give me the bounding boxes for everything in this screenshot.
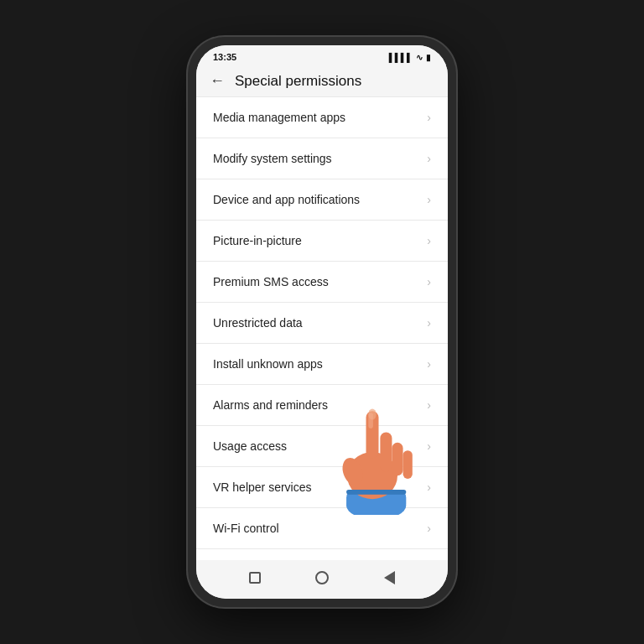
chevron-right-icon: › [427, 152, 431, 165]
battery-icon: ▮ [426, 53, 431, 62]
list-item-label: VR helper services [213, 480, 312, 494]
chevron-right-icon: › [427, 398, 431, 412]
chevron-right-icon: › [427, 111, 431, 124]
nav-square-button[interactable] [246, 569, 264, 587]
status-bar: 13:35 ▌▌▌▌ ∿ ▮ [196, 45, 448, 65]
page-title: Special permissions [235, 73, 361, 90]
list-item-label: Modify system settings [213, 152, 332, 165]
list-item-label: Wi-Fi control [213, 522, 279, 535]
list-item-label: Device and app notifications [213, 193, 360, 206]
status-icons: ▌▌▌▌ ∿ ▮ [389, 53, 431, 62]
list-item-label: Media management apps [213, 111, 345, 124]
phone-frame: 13:35 ▌▌▌▌ ∿ ▮ ← Special permissions Med… [188, 37, 456, 607]
list-item[interactable]: Turn screen on › [196, 549, 448, 560]
chevron-right-icon: › [427, 193, 431, 206]
square-icon [249, 572, 261, 584]
status-time: 13:35 [213, 52, 236, 62]
chevron-right-icon: › [427, 316, 431, 330]
list-item-label: Install unknown apps [213, 357, 323, 371]
circle-icon [315, 571, 329, 584]
list-item[interactable]: Premium SMS access › [196, 262, 448, 303]
list-item[interactable]: Alarms and reminders › [196, 385, 448, 426]
triangle-icon [384, 571, 395, 584]
chevron-right-icon: › [427, 234, 431, 247]
back-button[interactable]: ← [210, 72, 225, 90]
list-item[interactable]: Modify system settings › [196, 138, 448, 179]
list-item[interactable]: Unrestricted data › [196, 303, 448, 344]
signal-icon: ▌▌▌▌ [389, 53, 413, 62]
list-item[interactable]: Usage access › [196, 426, 448, 467]
nav-home-button[interactable] [313, 569, 331, 587]
list-item-label: Alarms and reminders [213, 398, 328, 412]
list-item[interactable]: VR helper services › [196, 467, 448, 508]
chevron-right-icon: › [427, 275, 431, 288]
nav-bar [196, 560, 448, 599]
list-item[interactable]: Wi-Fi control › [196, 508, 448, 549]
wifi-icon: ∿ [416, 53, 423, 62]
permissions-list: Media management apps › Modify system se… [196, 96, 448, 560]
chevron-right-icon: › [427, 439, 431, 453]
list-item-label: Premium SMS access [213, 275, 329, 288]
list-item-label: Unrestricted data [213, 316, 303, 330]
list-item[interactable]: Media management apps › [196, 96, 448, 138]
chevron-right-icon: › [427, 480, 431, 494]
chevron-right-icon: › [427, 522, 431, 535]
phone-screen: 13:35 ▌▌▌▌ ∿ ▮ ← Special permissions Med… [196, 45, 448, 599]
nav-back-button[interactable] [380, 569, 398, 587]
list-item-label: Picture-in-picture [213, 234, 302, 247]
list-item-label: Usage access [213, 439, 287, 453]
header: ← Special permissions [196, 65, 448, 96]
list-item[interactable]: Device and app notifications › [196, 179, 448, 221]
list-item[interactable]: Picture-in-picture › [196, 221, 448, 262]
list-item[interactable]: Install unknown apps › [196, 344, 448, 385]
chevron-right-icon: › [427, 357, 431, 371]
